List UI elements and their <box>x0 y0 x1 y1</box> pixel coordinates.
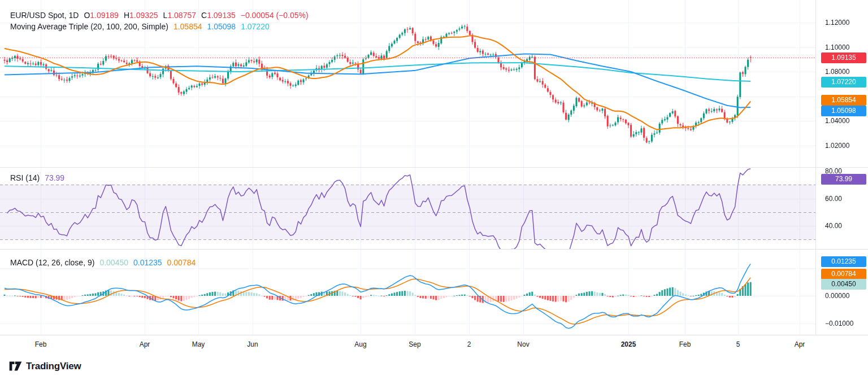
time-axis-label: 5 <box>736 340 740 348</box>
axis-value-badge: 1.05098 <box>821 106 866 116</box>
time-axis-label: Nov <box>517 340 529 348</box>
macd-hist-value: 0.00450 <box>99 258 128 267</box>
ma20-value: 1.05854 <box>173 22 202 31</box>
axis-value-badge: 73.99 <box>821 174 866 185</box>
time-axis-label: Feb <box>35 340 47 348</box>
macd-line-value: 0.01235 <box>133 258 162 267</box>
time-axis-label: Aug <box>354 340 366 348</box>
rsi-title: RSI (14) <box>10 173 40 182</box>
rsi-value: 73.99 <box>45 173 64 182</box>
axis-tick-label: 1.04000 <box>825 117 849 125</box>
ma100-value: 1.05098 <box>207 22 236 31</box>
time-axis-label: 2025 <box>621 340 636 348</box>
axis-value-badge: 0.01235 <box>821 256 866 267</box>
axis-tick-label: 1.08000 <box>825 68 849 76</box>
time-axis-label: 2 <box>467 340 471 348</box>
brand-name[interactable]: TradingView <box>26 361 81 372</box>
time-axis-label: Feb <box>679 340 691 348</box>
ma200-value: 1.07220 <box>241 22 270 31</box>
close-label: C <box>201 11 207 20</box>
axis-value-badge: 1.07220 <box>821 77 866 88</box>
close-value: 1.09135 <box>207 11 236 20</box>
axis-tick-label: 0.00000 <box>825 292 849 300</box>
axis-value-badge: 0.00784 <box>821 269 866 279</box>
time-axis-label: Apr <box>795 340 805 348</box>
open-value: 1.09189 <box>90 11 119 20</box>
axis-value-badge: 1.09135 <box>821 53 866 63</box>
high-label: H <box>124 11 129 20</box>
tradingview-chart-widget: EUR/USD Spot, 1DO1.09189H1.09325L1.08757… <box>0 0 868 376</box>
macd-title: MACD (12, 26, close, 9) <box>10 258 94 267</box>
low-value: 1.08757 <box>167 11 196 20</box>
time-axis[interactable]: FebAprMayJunAugSep2Nov2025Feb5Apr <box>0 335 868 357</box>
axis-tick-label: 1.02000 <box>825 142 849 150</box>
macd-legend: MACD (12, 26, close, 9)0.004500.012350.0… <box>10 258 196 267</box>
pane-separator-rsi-macd[interactable] <box>0 249 868 250</box>
time-axis-label: May <box>192 340 205 348</box>
ma-title: Moving Average Triple (20, 100, 200, Sim… <box>10 22 168 31</box>
axis-tick-label: 1.10000 <box>825 43 849 51</box>
axis-tick-label: 60.00 <box>825 195 842 203</box>
axis-tick-label: −0.01000 <box>825 320 853 327</box>
change-value: −0.00054 (−0.05%) <box>241 11 309 20</box>
ma-legend: Moving Average Triple (20, 100, 200, Sim… <box>10 22 270 31</box>
high-value: 1.09325 <box>129 11 158 20</box>
chart-canvas[interactable] <box>0 0 815 356</box>
time-axis-label: Jun <box>247 340 258 348</box>
footer: TradingView <box>0 356 868 376</box>
pane-separator-price-rsi[interactable] <box>0 167 868 168</box>
time-axis-label: Sep <box>409 340 420 348</box>
price-axis[interactable]: 1.120001.100001.080001.040001.0200080.00… <box>815 0 868 356</box>
axis-tick-label: 40.00 <box>825 222 842 230</box>
open-label: O <box>84 11 90 20</box>
symbol-legend: EUR/USD Spot, 1DO1.09189H1.09325L1.08757… <box>10 11 309 20</box>
axis-value-badge: 0.00450 <box>821 279 866 290</box>
rsi-legend: RSI (14)73.99 <box>10 173 64 182</box>
symbol-title: EUR/USD Spot, 1D <box>10 11 79 20</box>
axis-tick-label: 1.12000 <box>825 19 849 27</box>
tradingview-logo-icon <box>9 361 22 371</box>
time-axis-label: Apr <box>140 340 150 348</box>
axis-value-badge: 1.05854 <box>821 95 866 106</box>
macd-signal-value: 0.00784 <box>167 258 196 267</box>
